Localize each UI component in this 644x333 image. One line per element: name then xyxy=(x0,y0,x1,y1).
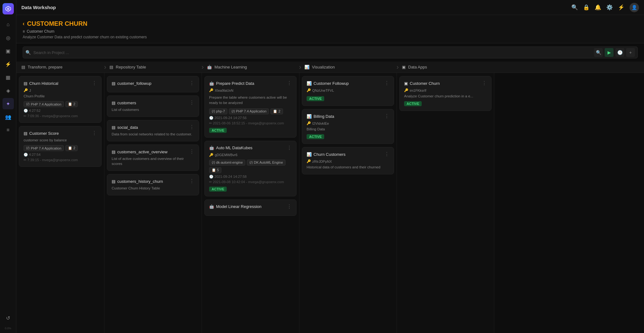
stage-label-apps: Data Apps xyxy=(408,65,427,69)
history-button[interactable]: 🕐 xyxy=(615,48,624,57)
card-customers-history-churn[interactable]: ▤ customers_history_churn ⋮ Customer Chu… xyxy=(107,174,199,195)
viz-icon: 📊 xyxy=(307,114,312,119)
search-icon[interactable]: 🔍 xyxy=(571,4,578,11)
card-menu-button[interactable]: ⋮ xyxy=(189,179,194,184)
connection-icon[interactable]: ⚡ xyxy=(618,4,625,11)
column-ml: 🤖 Prepare Predict Data ⋮ 🔑 XIea9IaUvN Pr… xyxy=(202,73,299,333)
card-header: ▤ customers_active_overview ⋮ xyxy=(112,149,194,154)
sidebar-item-pipelines[interactable]: ⚡ xyxy=(3,58,14,70)
card-id-value: QNzUneTFVL xyxy=(312,89,334,92)
column-data-apps: ▣ Customer Churn ⋮ 🔑 im1FKksrIf Analyze … xyxy=(397,73,494,333)
search-submit-button[interactable]: 🔍 xyxy=(594,48,603,57)
tag-count: 📋 5 xyxy=(209,167,221,173)
card-model-linear[interactable]: 🤖 Model Linear Regression ⋮ xyxy=(204,199,297,216)
status-badge: ACTIVE xyxy=(209,128,227,133)
table-icon: ▤ xyxy=(112,125,115,130)
card-menu-button[interactable]: ⋮ xyxy=(384,81,389,86)
card-title: ▤ customers_history_churn xyxy=(112,179,163,184)
tag-count: 📋 2 xyxy=(270,108,283,114)
sidebar-item-users[interactable]: 👥 xyxy=(3,111,14,123)
stage-header-apps: ▣ Data Apps xyxy=(397,62,494,73)
project-title-row[interactable]: ‹ CUSTOMER CHURN xyxy=(23,20,638,27)
card-title-text: Billing Data xyxy=(314,114,334,119)
key-icon: 🔑 xyxy=(209,153,214,157)
run-button[interactable]: ▶ xyxy=(605,48,613,57)
meta-icon: ≡ xyxy=(23,29,25,34)
card-menu-button[interactable]: ⋮ xyxy=(189,149,194,154)
bell-icon[interactable]: 🔔 xyxy=(595,4,601,11)
sidebar-item-tables[interactable]: ▦ xyxy=(3,72,14,83)
card-customers[interactable]: ▤ customers ⋮ List of customers xyxy=(107,96,199,117)
card-menu-button[interactable]: ⋮ xyxy=(189,125,194,130)
card-tags: ⟨/⟩ PHP 7.4 Application 📋 2 xyxy=(24,145,97,151)
card-desc: Analyze Customer churn prediction in a e… xyxy=(404,94,487,99)
sidebar-item-refresh[interactable]: ↺ xyxy=(3,312,14,324)
project-meta: ≡ Customer Churn xyxy=(23,29,638,34)
card-id-value: im1FKksrIf xyxy=(410,89,426,92)
card-menu-button[interactable]: ⋮ xyxy=(92,81,97,86)
sidebar-item-charts[interactable]: ◈ xyxy=(3,85,14,96)
card-title: ▣ Customer Churn xyxy=(404,81,440,86)
sidebar-item-storage[interactable]: ▣ xyxy=(3,45,14,57)
search-actions: 🔍 ▶ 🕐 + xyxy=(594,48,635,57)
tag-dk: ⟨/⟩ DK AutoML Engine xyxy=(247,160,286,166)
card-desc: Prepare the table where customers active… xyxy=(209,95,292,106)
stage-label-transform: Transform, prepare xyxy=(28,65,63,69)
card-billing-data[interactable]: 📊 Billing Data ⋮ 🔑 I2VIdvkIEe Billing Da… xyxy=(302,109,394,144)
card-menu-button[interactable]: ⋮ xyxy=(92,131,97,136)
status-badge: ACTIVE xyxy=(209,187,227,192)
search-bar: 🔍 🔍 ▶ 🕐 + xyxy=(23,46,638,58)
table-icon: ▤ xyxy=(112,179,115,184)
lock-icon[interactable]: 🔒 xyxy=(583,4,590,11)
card-customer-followup[interactable]: ▤ customer_followup ⋮ xyxy=(107,76,199,92)
back-chevron[interactable]: ‹ xyxy=(23,20,25,27)
stage-label-repository: Repository Table xyxy=(116,65,146,69)
add-button[interactable]: + xyxy=(626,48,635,57)
search-input[interactable] xyxy=(31,50,594,55)
user-avatar[interactable]: 👤 xyxy=(630,3,639,12)
app-logo[interactable] xyxy=(3,3,14,14)
table-icon: ▤ xyxy=(112,101,115,105)
settings-icon[interactable]: ⚙️ xyxy=(606,4,613,11)
key-icon: 🔑 xyxy=(404,88,408,92)
tag-php: ⟨/⟩ PHP 7.4 Application xyxy=(24,145,64,151)
card-customers-active-overview[interactable]: ▤ customers_active_overview ⋮ List of ac… xyxy=(107,145,199,171)
sidebar-item-home[interactable]: ⌂ xyxy=(3,19,14,30)
card-auto-ml[interactable]: 🤖 Auto ML DataKubes ⋮ 🔑 gDGEMWBvr6 ⟨/⟩ d… xyxy=(204,141,297,196)
card-menu-button[interactable]: ⋮ xyxy=(482,81,487,86)
column-visualization: 📊 Customer Followup ⋮ 🔑 QNzUneTFVL ACTIV… xyxy=(299,73,397,333)
ml-icon: 🤖 xyxy=(209,81,214,86)
card-menu-button[interactable]: ⋮ xyxy=(287,145,292,150)
card-menu-button[interactable]: ⋮ xyxy=(384,152,389,157)
card-title: ▤ Customer Score xyxy=(24,131,59,136)
card-title: ▤ social_data xyxy=(112,125,138,130)
card-customer-score[interactable]: ▤ Customer Score ⋮ customer score by bal… xyxy=(19,126,102,167)
sidebar-item-logs[interactable]: ≡ xyxy=(3,124,14,136)
card-desc: List of customers xyxy=(112,107,194,112)
card-title: 🤖 Auto ML DataKubes xyxy=(209,145,253,150)
sidebar-item-analytics[interactable]: ◎ xyxy=(3,32,14,43)
card-header: ▤ customers ⋮ xyxy=(112,100,194,105)
card-churn-historical[interactable]: ▤ Churn Historical ⋮ 🔑 J Churn Profile ⟨… xyxy=(19,76,102,123)
card-customer-churn-app[interactable]: ▣ Customer Churn ⋮ 🔑 im1FKksrIf Analyze … xyxy=(399,76,491,111)
tag-count: 📋 2 xyxy=(65,101,78,107)
card-menu-button[interactable]: ⋮ xyxy=(287,81,292,86)
app-icon: ▣ xyxy=(404,81,408,86)
ml-icon: 🤖 xyxy=(209,204,214,209)
card-menu-button[interactable]: ⋮ xyxy=(189,81,194,86)
card-desc: customer score by balance xyxy=(24,138,97,143)
card-id-value: J xyxy=(29,89,31,92)
viz-icon: 📊 xyxy=(304,65,309,69)
card-social-data[interactable]: ▤ social_data ⋮ Data from social network… xyxy=(107,120,199,141)
apps-icon: ▣ xyxy=(402,65,406,69)
card-viz-customer-followup[interactable]: 📊 Customer Followup ⋮ 🔑 QNzUneTFVL ACTIV… xyxy=(302,76,394,106)
sidebar-item-transformations[interactable]: ✦ xyxy=(3,98,14,109)
card-menu-button[interactable]: ⋮ xyxy=(189,100,194,105)
card-menu-button[interactable]: ⋮ xyxy=(384,114,389,119)
project-meta-label: Customer Churn xyxy=(27,29,54,34)
card-churn-customers[interactable]: 📊 Churn Customers ⋮ 🔑 zRtrJDPpNX Histori… xyxy=(302,147,394,174)
status-badge: ACTIVE xyxy=(307,96,324,101)
card-prepare-predict[interactable]: 🤖 Prepare Predict Data ⋮ 🔑 XIea9IaUvN Pr… xyxy=(204,76,297,138)
card-title-text: Customer Followup xyxy=(314,81,349,86)
card-menu-button[interactable]: ⋮ xyxy=(287,204,292,209)
